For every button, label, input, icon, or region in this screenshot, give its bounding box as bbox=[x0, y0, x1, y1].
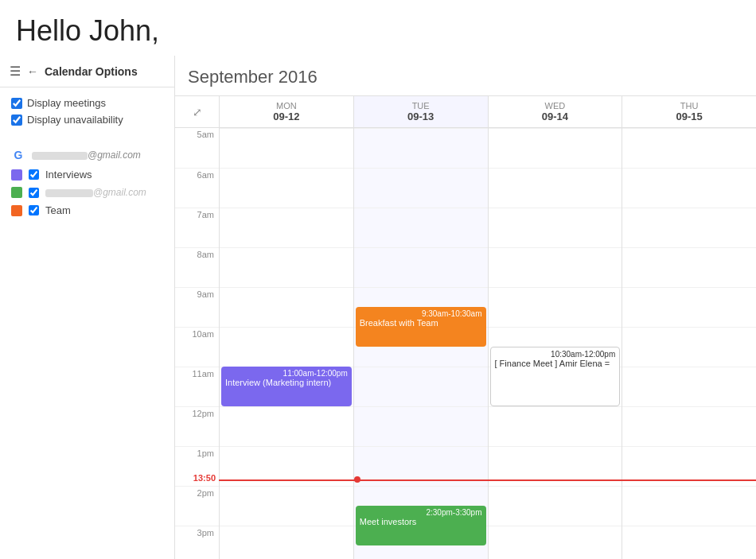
day-abbr-thu: THU bbox=[680, 101, 699, 111]
event-title-text: Interview (Marketing intern) bbox=[225, 378, 331, 387]
time-slot-9am: 9am bbox=[175, 287, 219, 327]
display-unavailability-label[interactable]: Display unavailability bbox=[27, 114, 123, 126]
day-header-tue: TUE 09-13 bbox=[353, 96, 488, 127]
evt-meet-investors[interactable]: 2:30pm-3:30pmMeet investors bbox=[356, 506, 486, 545]
hour-line-10 bbox=[489, 526, 622, 559]
time-slot-7am: 7am bbox=[175, 208, 219, 247]
day-num-wed: 09-14 bbox=[489, 111, 622, 122]
hour-line-1 bbox=[354, 168, 488, 208]
hour-line-4 bbox=[489, 287, 622, 327]
hour-line-0 bbox=[489, 128, 622, 168]
day-num-tue: 09-13 bbox=[354, 111, 488, 122]
hour-line-0 bbox=[622, 128, 756, 168]
expand-icon[interactable]: ⤢ bbox=[175, 96, 219, 127]
event-time-label: 10:30am-12:00pm bbox=[495, 350, 616, 359]
hour-line-3 bbox=[220, 247, 353, 287]
display-options: Display meetings Display unavailability bbox=[0, 87, 174, 140]
hour-line-7 bbox=[622, 406, 756, 446]
calendar-items-list: Interviews @gmail.com Team bbox=[0, 165, 174, 226]
cal-column-thu bbox=[622, 128, 756, 559]
hour-line-0 bbox=[354, 128, 488, 168]
hour-line-1 bbox=[622, 168, 756, 208]
gmail-cal-label: @gmail.com bbox=[45, 187, 146, 198]
current-time-line bbox=[219, 479, 756, 481]
time-slot-6am: 6am bbox=[175, 168, 219, 208]
google-account-row: G @gmail.com bbox=[0, 140, 174, 165]
hour-line-2 bbox=[489, 208, 622, 247]
hour-line-3 bbox=[489, 247, 622, 287]
hour-line-10 bbox=[622, 526, 756, 559]
app-container: Hello John, ☰ ← Calendar Options Display… bbox=[0, 0, 756, 559]
hour-line-9 bbox=[220, 486, 353, 526]
cal-item-team: Team bbox=[11, 204, 163, 216]
hour-line-3 bbox=[354, 247, 488, 287]
hour-line-0 bbox=[220, 128, 353, 168]
time-gutter-header: ⤢ bbox=[175, 96, 219, 127]
interviews-label: Interviews bbox=[45, 169, 92, 181]
display-unavailability-row: Display unavailability bbox=[11, 114, 163, 126]
cal-column-mon: 11:00am-12:00pmInterview (Marketing inte… bbox=[219, 128, 353, 559]
cal-column-wed: 10:30am-12:00pm[ Finance Meet ] Amir Ele… bbox=[488, 128, 622, 559]
hour-line-9 bbox=[489, 486, 622, 526]
time-slot-11am: 11am bbox=[175, 367, 219, 406]
cal-item-gmail: @gmail.com bbox=[11, 187, 163, 198]
time-column: 5am6am7am8am9am10am11am12pm1pm2pm3pm4pm5… bbox=[175, 128, 219, 559]
main-layout: ☰ ← Calendar Options Display meetings Di… bbox=[0, 56, 756, 559]
month-title: September 2016 bbox=[175, 56, 756, 95]
team-checkbox[interactable] bbox=[29, 205, 39, 215]
display-meetings-row: Display meetings bbox=[11, 97, 163, 109]
day-abbr-mon: MON bbox=[276, 101, 297, 111]
display-meetings-checkbox[interactable] bbox=[11, 98, 22, 109]
day-header-thu: THU 09-15 bbox=[622, 96, 756, 127]
calendar-header-row: ⤢ MON 09-12 TUE 09-13 WED 09-14 THU 09-1… bbox=[175, 95, 756, 128]
day-abbr-tue: TUE bbox=[412, 101, 430, 111]
hour-line-7 bbox=[354, 406, 488, 446]
day-abbr-wed: WED bbox=[545, 101, 566, 111]
time-slot-5am: 5am bbox=[175, 128, 219, 168]
interviews-color-box bbox=[11, 169, 22, 181]
hour-line-4 bbox=[622, 287, 756, 327]
time-slot-2pm: 2pm bbox=[175, 486, 219, 526]
interviews-checkbox[interactable] bbox=[29, 169, 39, 180]
day-num-mon: 09-12 bbox=[220, 111, 353, 122]
hour-line-3 bbox=[622, 247, 756, 287]
time-slot-8am: 8am bbox=[175, 247, 219, 287]
hour-line-6 bbox=[354, 367, 488, 406]
gmail-cal-checkbox[interactable] bbox=[29, 188, 39, 198]
event-title-text: Breakfast with Team bbox=[360, 318, 438, 328]
calendar-columns: 11:00am-12:00pmInterview (Marketing inte… bbox=[219, 128, 756, 559]
event-time-label: 9:30am-10:30am bbox=[360, 309, 482, 318]
hour-line-5 bbox=[622, 327, 756, 367]
sidebar-title: Calendar Options bbox=[45, 65, 138, 78]
evt-breakfast[interactable]: 9:30am-10:30amBreakfast with Team bbox=[356, 307, 486, 347]
hour-line-4 bbox=[220, 287, 353, 327]
display-unavailability-checkbox[interactable] bbox=[11, 115, 22, 126]
back-icon[interactable]: ← bbox=[27, 65, 38, 78]
hour-line-2 bbox=[622, 208, 756, 247]
hamburger-icon[interactable]: ☰ bbox=[10, 64, 21, 79]
day-header-wed: WED 09-14 bbox=[488, 96, 622, 127]
sidebar: ☰ ← Calendar Options Display meetings Di… bbox=[0, 56, 175, 559]
calendar-body: 5am6am7am8am9am10am11am12pm1pm2pm3pm4pm5… bbox=[175, 128, 756, 559]
team-label: Team bbox=[45, 204, 71, 216]
team-color-box bbox=[11, 205, 22, 216]
google-logo-icon: G bbox=[11, 148, 25, 162]
current-time-dot bbox=[354, 476, 360, 483]
greeting: Hello John, bbox=[0, 0, 756, 56]
display-meetings-label[interactable]: Display meetings bbox=[27, 97, 106, 109]
google-email: @gmail.com bbox=[32, 149, 141, 161]
evt-finance[interactable]: 10:30am-12:00pm[ Finance Meet ] Amir Ele… bbox=[490, 347, 621, 406]
event-title-text: [ Finance Meet ] Amir Elena = bbox=[495, 359, 610, 368]
gmail-cal-color-box bbox=[11, 187, 22, 198]
hour-line-7 bbox=[489, 406, 622, 446]
day-num-thu: 09-15 bbox=[622, 111, 756, 122]
hour-line-7 bbox=[220, 406, 353, 446]
hour-line-1 bbox=[489, 168, 622, 208]
event-title-text: Meet investors bbox=[360, 517, 417, 526]
event-time-label: 2:30pm-3:30pm bbox=[360, 508, 482, 517]
time-slot-12pm: 12pm bbox=[175, 406, 219, 446]
evt-interview-marketing[interactable]: 11:00am-12:00pmInterview (Marketing inte… bbox=[221, 367, 352, 406]
cal-item-interviews: Interviews bbox=[11, 169, 163, 181]
calendar-area: September 2016 ⤢ MON 09-12 TUE 09-13 WED bbox=[175, 56, 756, 559]
hour-line-2 bbox=[354, 208, 488, 247]
